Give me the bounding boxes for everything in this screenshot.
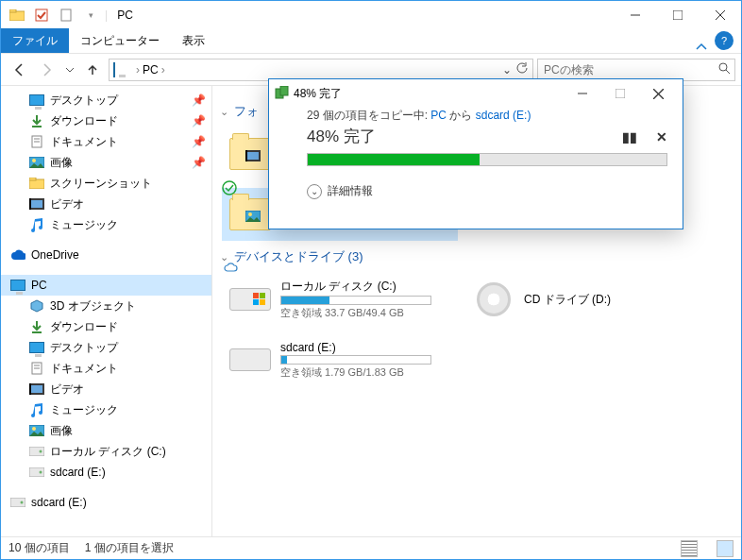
search-box[interactable] [537,59,735,81]
capacity-bar [280,296,431,305]
tab-computer[interactable]: コンピューター [69,28,171,53]
tree-item-label: ダウンロード [50,113,118,129]
svg-rect-1 [9,9,16,12]
svg-point-29 [32,427,36,431]
dialog-minimize-button[interactable] [564,81,601,106]
download-icon [29,319,44,334]
drive-icon [10,495,25,510]
tree-item-label: ダウンロード [50,319,118,335]
tree-item[interactable]: ローカル ディスク (C:) [1,441,211,462]
drive-icon [29,444,44,459]
chevron-down-icon[interactable]: ⌄ [307,184,322,199]
tab-view[interactable]: 表示 [171,28,216,53]
tree-item[interactable]: sdcard (E:) [1,462,211,483]
drive-item[interactable]: CD ドライブ (D:) [465,273,701,326]
dialog-maximize-button[interactable] [601,81,639,106]
quick-access-toolbar: ▾ | [1,5,113,25]
tree-item[interactable]: OneDrive [1,245,211,265]
tree-item[interactable]: デスクトップ [1,337,211,358]
tree-item[interactable]: デスクトップ📌 [1,90,211,110]
copy-status-text: 48% 完了 [307,126,376,147]
crumb-dropdown-icon[interactable]: ⌄ [502,63,512,76]
tree-item-label: 画像 [50,423,73,439]
qat-overflow[interactable]: ▾ [80,5,101,25]
help-icon[interactable]: ? [715,31,734,50]
ribbon-collapse-icon[interactable] [690,42,713,53]
status-bar: 10 個の項目 1 個の項目を選択 [1,536,741,559]
tree-item-label: PC [31,279,47,292]
copy-progress-dialog: 48% 完了 29 個の項目をコピー中: PC から sdcard (E:) 4… [268,78,683,229]
tree-item-label: 画像 [50,155,73,171]
tree-item[interactable]: 画像📌 [1,152,211,173]
dialog-title: 48% 完了 [290,86,564,102]
pictures-icon [29,155,44,170]
drive-item[interactable]: ローカル ディスク (C:)空き領域 33.7 GB/49.4 GB [222,273,458,326]
tree-item[interactable]: ダウンロード📌 [1,110,211,131]
minimize-button[interactable] [614,1,656,29]
tab-file[interactable]: ファイル [1,28,69,53]
tree-item[interactable]: ビデオ [1,194,211,214]
tree-item[interactable]: ドキュメント [1,358,211,379]
forward-button[interactable] [35,58,59,82]
tree-item[interactable]: ダウンロード [1,316,211,337]
tree-item-label: OneDrive [31,248,79,262]
navigation-tree[interactable]: デスクトップ📌ダウンロード📌ドキュメント📌画像📌スクリーンショットビデオミュージ… [1,86,212,536]
svg-rect-32 [29,467,44,477]
group-drives[interactable]: ⌄ デバイスとドライブ (3) [220,248,732,265]
capacity-bar [280,355,431,365]
tree-item[interactable]: PC [1,275,211,296]
copy-src-link[interactable]: PC [430,109,447,122]
tree-item[interactable]: 3D オブジェクト [1,296,211,316]
check-icon[interactable] [31,5,52,25]
copy-description: 29 個の項目をコピー中: PC から sdcard (E:) [307,108,667,124]
cancel-button[interactable]: ✕ [656,129,667,144]
maximize-button[interactable] [656,1,699,29]
video-icon [29,196,44,212]
pin-icon: 📌 [192,135,206,148]
details-label[interactable]: 詳細情報 [328,183,373,199]
download-icon [29,113,44,128]
breadcrumb[interactable]: › PC › ⌄ [109,59,533,81]
search-input[interactable] [542,62,717,77]
svg-rect-20 [29,198,31,210]
folder-icon[interactable] [7,5,27,25]
pin-icon: 📌 [192,156,206,169]
tree-item-label: デスクトップ [50,93,118,109]
tree-item[interactable]: ドキュメント📌 [1,131,211,152]
onedrive-icon [10,247,25,263]
item-label: ローカル ディスク (C:) [280,279,431,295]
crumb-pc[interactable]: PC [143,63,159,76]
copy-dst-link[interactable]: sdcard (E:) [476,109,531,122]
tree-item[interactable]: ミュージック [1,399,211,420]
back-button[interactable] [7,58,31,82]
drive-item[interactable]: sdcard (E:)空き領域 1.79 GB/1.83 GB [222,333,458,386]
dialog-close-button[interactable] [639,81,677,106]
svg-rect-17 [29,178,36,180]
svg-rect-26 [31,385,42,393]
tree-item[interactable]: sdcard (E:) [1,492,211,513]
music-icon [29,217,44,232]
tree-item-label: ドキュメント [50,361,118,377]
folder-icon [229,133,271,175]
svg-line-9 [726,70,730,74]
svg-rect-43 [260,293,265,298]
history-dropdown[interactable] [63,58,76,82]
up-button[interactable] [80,58,105,82]
svg-point-15 [32,159,36,162]
tree-item[interactable]: スクリーンショット [1,173,211,194]
tree-item-label: デスクトップ [50,340,118,356]
search-icon[interactable] [717,61,731,77]
pause-button[interactable]: ▮▮ [622,129,637,144]
tree-item[interactable]: ミュージック [1,214,211,235]
tree-item[interactable]: 画像 [1,420,211,441]
refresh-icon[interactable] [515,61,529,77]
page-icon[interactable] [56,5,76,25]
tree-item[interactable]: ビデオ [1,379,211,399]
icons-view-button[interactable] [717,540,734,557]
details-view-button[interactable] [681,540,698,557]
capacity-text: 空き領域 33.7 GB/49.4 GB [280,306,431,320]
status-count: 10 個の項目 [8,540,70,556]
svg-point-41 [248,212,252,216]
close-button[interactable] [699,1,741,29]
folder-icon [29,176,44,191]
